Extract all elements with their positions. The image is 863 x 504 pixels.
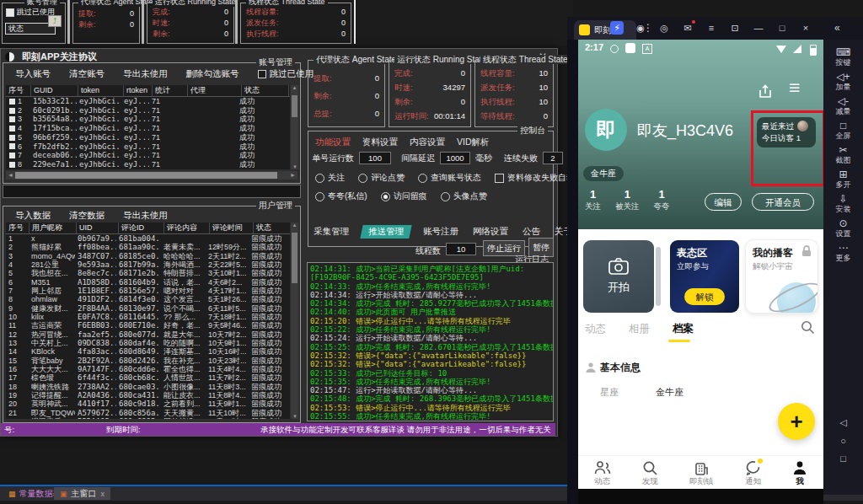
table-row[interactable]: 3 momo_4AQw 3487C07... 68185ce0... 哈哈哈哈.…: [6, 252, 290, 260]
mode-option[interactable]: 查询账号状态: [418, 172, 481, 184]
stance-zone-card[interactable]: 表态区 立即参与 解锁: [670, 240, 739, 313]
sidebar-tool[interactable]: ✂ 截图: [823, 144, 863, 165]
table-row[interactable]: 19 记得提醒... A2A0436... 680ca431... 能让皮衣..…: [6, 391, 290, 399]
console-tab[interactable]: 功能设置: [315, 137, 351, 148]
export-unused-button[interactable]: 导出未使用: [123, 68, 168, 80]
table-row[interactable]: 2 熊猫好累 ff08bea... 681aa90c... 老黄未卖... 12…: [6, 243, 290, 251]
titlebar-icon[interactable]: ◉: [634, 21, 647, 35]
table-row[interactable]: 5 96b6f259... eyJhbGci... eyJ... 71 成功: [6, 133, 290, 142]
sidebar-tool[interactable]: ⊞ 多开: [823, 169, 863, 190]
table-row[interactable]: 3 b35654a8... eyJhbGci... eyJ... 71 成功: [6, 115, 290, 124]
android-nav-button[interactable]: □: [840, 453, 846, 464]
emulator-titlebar[interactable]: 即刻 × ⋮ ⚡◉◎✉≡⊡—□×: [567, 17, 863, 40]
taskbar-tab-mainwindow[interactable]: ▣ 主窗口 x: [54, 487, 110, 500]
close-icon[interactable]: x: [101, 490, 105, 498]
checkbox-icon[interactable]: [6, 8, 14, 17]
android-nav-button[interactable]: ◁: [839, 417, 846, 428]
row-checkbox[interactable]: [9, 116, 15, 122]
avatar[interactable]: 即: [585, 109, 627, 151]
profile-stat[interactable]: 1被关注: [615, 188, 640, 212]
table-row[interactable]: 5 我也想在... 8e8ec7c... 68171e2b... 特朗普排...…: [6, 269, 290, 277]
console-tab[interactable]: VID解析: [457, 137, 490, 148]
visitor-badge[interactable]: 最近来过 今日访客 1: [757, 117, 816, 147]
sidebar-tool[interactable]: ⋯ 更多: [823, 242, 863, 263]
radio-icon[interactable]: [441, 192, 450, 201]
delete-checked-button[interactable]: 删除勾选账号: [186, 68, 239, 80]
zodiac-tag[interactable]: 金牛座: [583, 166, 624, 181]
nav-item-me[interactable]: 我: [792, 460, 807, 485]
console-tab[interactable]: 资料设置: [362, 137, 398, 148]
table-row[interactable]: 22 逍遥音乐 B2DAA02... 680c6893... 国外就没 11天1…: [6, 417, 290, 419]
manager-tab[interactable]: 账号注册: [421, 225, 460, 239]
nav-item-notifications[interactable]: 通知: [745, 460, 761, 485]
table-row[interactable]: 9 aadaaa2... eyJhbGci... eyJ... 71 成功: [6, 169, 290, 170]
table-row[interactable]: 2 60c0291b... eyJhbGci... eyJ... 71 成功: [6, 106, 290, 115]
vertical-scrollbar[interactable]: ▲▼: [291, 223, 298, 419]
row-checkbox[interactable]: [9, 108, 15, 114]
run-log[interactable]: 02:14:31: 成功>当前已采集到用户昵称[法克企鹅]用户uid:[F192…: [307, 262, 554, 421]
collapse-sidebar-icon[interactable]: «: [834, 22, 840, 34]
android-nav-button[interactable]: ○: [840, 436, 846, 446]
radio-icon[interactable]: [315, 192, 324, 201]
table-row[interactable]: 20 英明神武... 4410f17... 680c9d18... 之前看到..…: [6, 400, 290, 409]
table-row[interactable]: 11 吉运商荣 F6EBB03... 680E710e... 好奇，老... 9…: [6, 321, 290, 330]
search-icon[interactable]: [801, 320, 815, 335]
share-icon[interactable]: [757, 83, 774, 100]
nav-item-feed[interactable]: 动态: [594, 460, 611, 485]
table-row[interactable]: 15 背笔baby 2B2F92A... 680d2426... 我在补充...…: [6, 357, 290, 365]
open-membership-button[interactable]: 开通会员: [752, 193, 814, 211]
users-table[interactable]: 序号用户昵称UID评论ID评论内容评论时间状态 1 x 0b967a9... 6…: [6, 223, 290, 419]
table-row[interactable]: 8 ohmlaw 491D2F2... 6814f3e0... 这个发言... …: [6, 295, 290, 303]
profile-tab[interactable]: 动态: [585, 322, 606, 336]
checkbox-icon[interactable]: [258, 70, 266, 78]
table-row[interactable]: 6 f7b2dfb2... eyJhbGci... eyJ... 71 成功: [6, 142, 290, 151]
mode-option[interactable]: 访问留痕: [381, 190, 427, 202]
table-row[interactable]: 13 中关村上... 09DC838... 680daf4e... 吃的随啊..…: [6, 339, 290, 347]
unlock-button[interactable]: 解锁: [684, 288, 725, 305]
titlebar-icon[interactable]: ⚡: [610, 21, 624, 35]
table-row[interactable]: 4 281公里 9e593aa... 6817b99a... 海外喝酒... 2…: [6, 260, 290, 269]
manager-tab[interactable]: 公告: [521, 225, 542, 239]
interval-delay-input[interactable]: 1000: [440, 152, 470, 164]
skip-used-checkbox[interactable]: 跳过已使用: [258, 68, 314, 80]
nav-item-town[interactable]: 即刻镇: [689, 460, 714, 485]
table-row[interactable]: 9 健康发财... 2F8B4AA... 68130e97... 说个不喝...…: [6, 304, 290, 313]
table-row[interactable]: 7 网上邻居 1E1B8EF... 68156e57... 嗯对对对 4天17时…: [6, 287, 290, 295]
table-row[interactable]: 16 大大大大... 9A7147F... 680cdd6e... 霍全也得..…: [6, 365, 290, 373]
row-checkbox[interactable]: [9, 143, 15, 149]
row-checkbox[interactable]: [9, 135, 15, 141]
table-row[interactable]: 10 kilix E0FA7C8... 68116445... ?? 那么...…: [6, 313, 290, 321]
mode-option[interactable]: 头像点赞: [441, 190, 487, 202]
titlebar-icon[interactable]: ≡: [705, 21, 718, 35]
menu-icon[interactable]: ≡: [789, 77, 800, 99]
table-row[interactable]: 1 x 0b967a9... 681ba004... 留痕成功: [6, 234, 290, 243]
radio-icon[interactable]: [381, 192, 390, 201]
shoot-card[interactable]: 开拍: [583, 240, 654, 313]
edit-profile-button[interactable]: 编辑: [705, 193, 742, 211]
mode-option[interactable]: 关注: [315, 172, 345, 184]
refresh-icon[interactable]: ⤴: [48, 15, 62, 27]
table-row[interactable]: 7 deceab06... eyJhbGci... eyJ... 71 成功: [6, 151, 290, 160]
horizontal-scrollbar[interactable]: ◄►: [6, 171, 297, 180]
console-tab[interactable]: 内容设置: [410, 137, 445, 148]
sidebar-tool[interactable]: ⊙ 设置: [823, 217, 863, 239]
titlebar-icon[interactable]: —: [752, 21, 765, 35]
export-unused-data-button[interactable]: 导出未使用: [123, 210, 168, 222]
titlebar-icon[interactable]: ×: [799, 21, 812, 35]
table-row[interactable]: 6 M351 A1D858D... 681604b9... 话说，老... 4天…: [6, 278, 290, 287]
row-checkbox[interactable]: [9, 99, 15, 105]
thread-count-input[interactable]: 10: [446, 243, 476, 255]
clear-data-button[interactable]: 清空数据: [69, 210, 105, 222]
nav-item-discover[interactable]: 发现: [642, 460, 658, 485]
titlebar-icon[interactable]: ⊡: [728, 21, 742, 35]
profile-stat[interactable]: 1夸夸: [654, 188, 670, 212]
table-row[interactable]: 17 棕色缎 6f44f3c... 680cb68c... 人情世故... 11…: [6, 374, 290, 383]
manager-tab[interactable]: 网络设置: [471, 225, 510, 239]
compose-fab[interactable]: +: [778, 403, 815, 440]
sidebar-tool[interactable]: ⌨ 按键: [823, 46, 863, 67]
account-filter-input[interactable]: [3, 185, 301, 198]
radio-icon[interactable]: [495, 174, 504, 183]
mode-option[interactable]: 评论点赞: [358, 172, 405, 184]
profile-tab[interactable]: 档案: [673, 322, 694, 336]
row-checkbox[interactable]: [9, 126, 15, 131]
